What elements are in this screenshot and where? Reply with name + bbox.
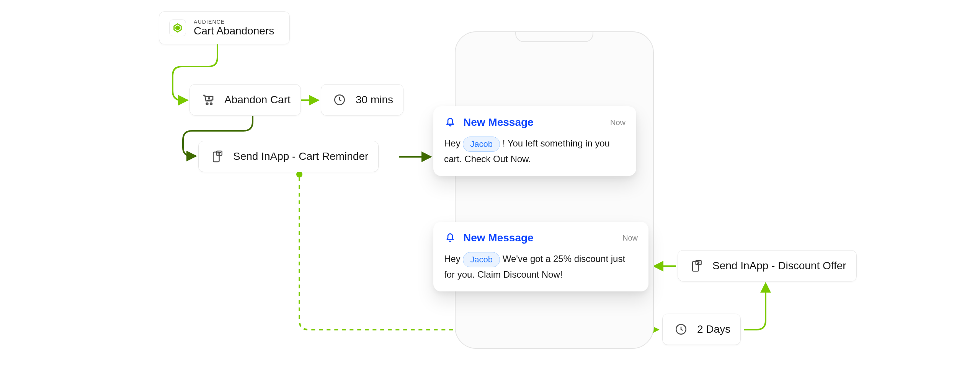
notif2-body-pre: Hey xyxy=(444,254,463,264)
delay2-label: 2 Days xyxy=(697,323,730,336)
action2-node[interactable]: Send InApp - Discount Offer xyxy=(678,250,857,281)
action1-label: Send InApp - Cart Reminder xyxy=(233,150,368,163)
svg-marker-2 xyxy=(175,26,180,31)
action2-label: Send InApp - Discount Offer xyxy=(712,259,846,272)
svg-point-3 xyxy=(206,103,208,105)
notif2-body: Hey Jacob We've got a 25% discount just … xyxy=(444,252,638,281)
svg-point-0 xyxy=(296,171,302,177)
event-node[interactable]: Abandon Cart xyxy=(189,84,301,115)
action1-node[interactable]: Send InApp - Cart Reminder xyxy=(198,141,379,172)
audience-node[interactable]: AUDIENCE Cart Abandoners xyxy=(159,11,290,44)
notif1-time: Now xyxy=(610,118,626,127)
svg-point-4 xyxy=(210,103,212,105)
notif1-user-chip: Jacob xyxy=(463,137,500,152)
notification-card-1[interactable]: New Message Now Hey Jacob ! You left som… xyxy=(433,106,636,176)
clock-icon xyxy=(673,321,689,338)
notif2-time: Now xyxy=(622,234,638,242)
audience-eyebrow: AUDIENCE xyxy=(194,19,274,25)
notification-card-2[interactable]: New Message Now Hey Jacob We've got a 25… xyxy=(433,222,648,291)
inapp-icon xyxy=(688,257,705,274)
event-label: Abandon Cart xyxy=(224,93,291,106)
notif1-body-pre: Hey xyxy=(444,138,463,148)
audience-icon xyxy=(169,20,186,36)
delay2-node[interactable]: 2 Days xyxy=(662,314,741,345)
delay1-label: 30 mins xyxy=(356,93,393,106)
audience-name: Cart Abandoners xyxy=(194,25,274,37)
notif2-user-chip: Jacob xyxy=(463,252,500,267)
cart-icon xyxy=(200,91,217,108)
bell-icon xyxy=(444,231,458,245)
phone-frame xyxy=(455,31,654,349)
notif2-title: New Message xyxy=(463,232,534,244)
inapp-icon xyxy=(209,148,225,165)
delay1-node[interactable]: 30 mins xyxy=(321,84,403,115)
notif1-body: Hey Jacob ! You left something in you ca… xyxy=(444,136,626,166)
clock-icon xyxy=(331,91,348,108)
bell-icon xyxy=(444,115,458,129)
notif1-title: New Message xyxy=(463,116,534,129)
